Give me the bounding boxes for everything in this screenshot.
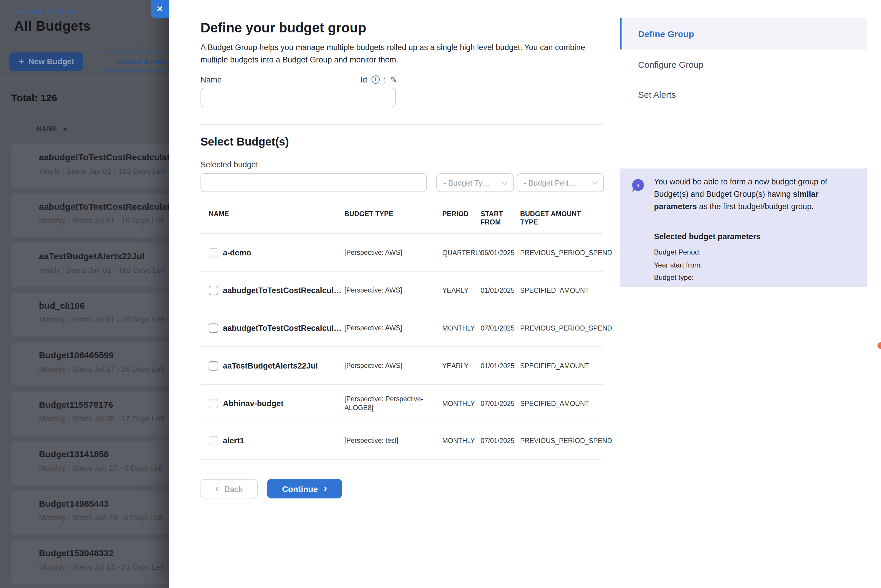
budget-name: Budget153048332: [39, 548, 114, 558]
table-row[interactable]: aaTestBudgetAlerts22Jul [Perspective: AW…: [200, 346, 603, 384]
cell-amount-type: PREVIOUS_PERIOD_SPEND: [520, 249, 612, 256]
screen: Account: CCM-NG All Budgets + New Budget…: [0, 0, 881, 588]
id-colon: :: [383, 75, 386, 84]
budget-meta: Monthly | Starts Jul 17 - 26 Days Left: [39, 365, 164, 374]
budget-list-item[interactable]: Budget14985443 Monthly | Starts Jun 28 -…: [11, 491, 171, 534]
sort-caret-icon: ▾: [64, 126, 67, 132]
budget-group-wizard-modal: ✕ Define your budget group A Budget Grou…: [168, 0, 881, 588]
table-row[interactable]: aabudgetToTestCostRecalcul… [Perspective…: [200, 309, 603, 346]
cell-period: MONTHLY: [442, 400, 475, 407]
selected-budget-parameters-heading: Selected budget parameters: [654, 232, 761, 241]
budget-list-item[interactable]: aabudgetToTestCostRecalculation1 Yearly …: [11, 144, 171, 188]
table-row[interactable]: alert1 [Perspective: test] MONTHLY 07/01…: [200, 422, 603, 459]
row-checkbox[interactable]: [209, 248, 218, 257]
chevron-left-icon: ‹: [215, 483, 219, 494]
budget-list-item[interactable]: aaTestBudgetAlerts22Jul Yearly | Starts …: [11, 243, 171, 287]
list-sort-header[interactable]: NAME ▾: [36, 126, 67, 133]
id-label: Id: [360, 75, 367, 84]
col-header-start-from: START FROM: [481, 210, 510, 226]
param-budget-type: Budget type:: [654, 273, 694, 282]
budget-name: Budget13141858: [39, 449, 109, 459]
param-year-start-from: Year start from:: [654, 261, 702, 269]
budget-period-select[interactable]: - Budget Peri…: [517, 173, 604, 192]
param-budget-period: Budget Period:: [654, 248, 701, 256]
budget-list-item[interactable]: Budget153048332 Monthly | Starts Jul 14 …: [11, 540, 171, 584]
cell-name: alert1: [223, 436, 244, 445]
page-title: All Budgets: [14, 18, 91, 34]
back-button[interactable]: ‹ Back: [200, 479, 258, 498]
table-row[interactable]: a-demo [Perspective: AWS] QUARTERLY 06/0…: [200, 233, 603, 271]
budget-name: Budget115578176: [39, 399, 113, 410]
row-checkbox[interactable]: [209, 323, 218, 333]
budget-meta: Monthly | Starts Jul 01 - 10 Days Left: [39, 315, 164, 324]
stepper-item-set-alerts[interactable]: Set Alerts: [638, 90, 676, 100]
budget-type-select[interactable]: - Budget Ty…: [436, 173, 514, 192]
cell-amount-type: SPECIFIED_AMOUNT: [520, 362, 589, 369]
budget-type-select-value: - Budget Ty…: [444, 178, 490, 187]
col-header-amount-type: BUDGET AMOUNT TYPE: [520, 210, 583, 226]
account-breadcrumb[interactable]: Account: CCM-NG: [14, 7, 78, 16]
col-header-name: NAME: [209, 210, 229, 218]
cell-budget-type: [Perspective: Perspective-ALOGE8]: [344, 394, 434, 412]
section-divider: [200, 124, 603, 125]
cell-start-from: 01/01/2025: [481, 362, 514, 369]
close-icon: ✕: [156, 4, 163, 14]
cell-start-from: 07/01/2025: [481, 324, 514, 332]
budget-meta: Monthly | Starts Jul 14 - 23 Days Left: [39, 562, 164, 572]
budget-name: aaTestBudgetAlerts22Jul: [39, 251, 144, 261]
info-icon[interactable]: i: [371, 75, 379, 84]
name-field-header: Name Id i : ✎: [200, 75, 397, 84]
select-budgets-heading: Select Budget(s): [200, 135, 289, 148]
budget-list-item[interactable]: Budget108465599 Monthly | Starts Jul 17 …: [11, 342, 171, 386]
chevron-down-icon: [502, 178, 507, 184]
table-row[interactable]: aabudgetToTestCostRecalcul… [Perspective…: [200, 271, 603, 309]
close-button[interactable]: ✕: [151, 0, 168, 18]
cell-period: MONTHLY: [442, 437, 475, 444]
new-budget-button[interactable]: + New Budget: [9, 52, 83, 71]
edit-pencil-icon[interactable]: ✎: [390, 75, 397, 84]
row-checkbox[interactable]: [209, 436, 218, 446]
continue-button[interactable]: Continue ›: [267, 479, 342, 498]
cell-period: YEARLY: [442, 362, 469, 369]
cell-period: YEARLY: [442, 286, 469, 294]
cell-name: Abhinav-budget: [223, 399, 284, 408]
cell-budget-type: [Perspective: test]: [344, 436, 434, 445]
define-group-step-content: Define your budget group A Budget Group …: [200, 0, 634, 588]
modal-title: Define your budget group: [200, 20, 366, 36]
info-text-post: as the first budget/budget group.: [697, 202, 814, 211]
info-panel: i You would be able to form a new budget…: [620, 168, 867, 287]
back-label: Back: [224, 484, 243, 494]
cell-amount-type: PREVIOUS_PERIOD_SPEND: [520, 324, 612, 332]
info-bubble-icon: i: [632, 179, 644, 191]
stepper-item-define-group-active[interactable]: Define Group: [620, 18, 867, 50]
chevron-down-icon: [592, 178, 598, 184]
info-panel-text: You would be able to form a new budget g…: [654, 176, 851, 213]
stepper-item-configure-group[interactable]: Configure Group: [638, 60, 704, 69]
group-name-input[interactable]: [200, 88, 396, 107]
cell-budget-type: [Perspective: AWS]: [344, 361, 434, 370]
cell-name: aabudgetToTestCostRecalcul…: [223, 324, 342, 332]
budget-list-item[interactable]: Budget115578176 Monthly | Starts Jul 08 …: [11, 392, 171, 435]
budget-search-input[interactable]: [200, 173, 427, 192]
budget-list-item[interactable]: bud_cli106 Monthly | Starts Jul 01 - 10 …: [11, 293, 171, 336]
budget-list-item[interactable]: Budget13141858 Monthly | Starts Jun 27 -…: [11, 441, 171, 485]
cell-amount-type: SPECIFIED_AMOUNT: [520, 400, 589, 407]
list-header-label: NAME: [36, 126, 58, 133]
cell-start-from: 07/01/2025: [481, 437, 514, 444]
name-label: Name: [200, 75, 222, 84]
row-checkbox[interactable]: [209, 361, 218, 370]
col-header-budget-type: BUDGET TYPE: [344, 210, 393, 218]
budget-meta: Monthly | Starts Jun 28 - 6 Days Left: [39, 513, 163, 522]
row-checkbox[interactable]: [209, 285, 218, 295]
row-checkbox[interactable]: [209, 399, 218, 408]
budget-name: aabudgetToTestCostRecalculation2: [39, 201, 171, 212]
total-count: Total: 126: [11, 93, 57, 104]
cell-budget-type: [Perspective: AWS]: [344, 324, 434, 332]
modal-description: A Budget Group helps you manage multiple…: [200, 42, 610, 66]
cell-period: MONTHLY: [442, 324, 475, 332]
budget-list-item[interactable]: aabudgetToTestCostRecalculation2 Monthly…: [11, 194, 171, 237]
table-row[interactable]: Abhinav-budget [Perspective: Perspective…: [200, 384, 603, 422]
cell-start-from: 06/01/2025: [481, 249, 514, 256]
cell-budget-type: [Perspective: AWS]: [344, 248, 434, 257]
budget-meta: Yearly | Starts Jan 01 - 163 Days Left: [39, 266, 165, 274]
